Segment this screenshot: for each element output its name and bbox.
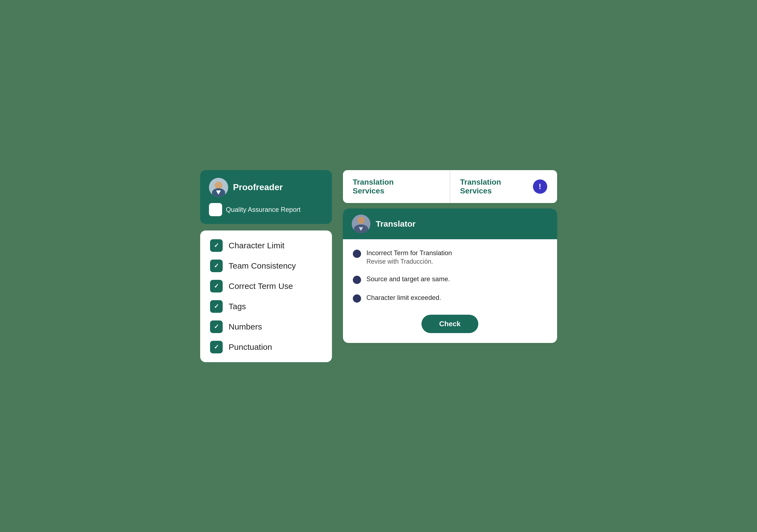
check-icon-numbers: ✓ bbox=[210, 321, 223, 333]
check-icon-character-limit: ✓ bbox=[210, 239, 223, 252]
proofreader-avatar bbox=[209, 178, 228, 197]
list-item: ✓ Tags bbox=[210, 300, 322, 313]
checklist-label-character-limit: Character Limit bbox=[229, 241, 285, 250]
avatar-figure bbox=[211, 181, 226, 197]
translator-card: Translator Incorrect Term for Translatio… bbox=[343, 209, 557, 343]
check-icon-correct-term-use: ✓ bbox=[210, 280, 223, 293]
tab-text-1: Translation Services bbox=[353, 178, 440, 195]
checklist-label-correct-term-use: Correct Term Use bbox=[229, 282, 293, 291]
issue-item-2: Source and target are same. bbox=[353, 274, 547, 284]
avatar-body bbox=[212, 188, 225, 197]
tab2-line1: Translation bbox=[460, 178, 501, 186]
issue-text-3: Character limit exceeded. bbox=[367, 293, 441, 303]
list-item: ✓ Character Limit bbox=[210, 239, 322, 252]
check-button[interactable]: Check bbox=[421, 315, 478, 333]
issue-item-1: Incorrect Term for Translation Revise wi… bbox=[353, 248, 547, 265]
issue-text-2: Source and target are same. bbox=[367, 274, 450, 284]
list-item: ✓ Correct Term Use bbox=[210, 280, 322, 293]
issue-bullet-3 bbox=[353, 294, 361, 303]
warning-badge-icon: ! bbox=[533, 180, 547, 194]
translation-tabs: Translation Services Translation Service… bbox=[343, 170, 557, 203]
check-button-row: Check bbox=[343, 311, 557, 343]
issue-main-1: Incorrect Term for Translation bbox=[367, 248, 452, 258]
tab-translation-services-2[interactable]: Translation Services ! bbox=[450, 170, 557, 203]
check-icon-tags: ✓ bbox=[210, 300, 223, 313]
issue-main-2: Source and target are same. bbox=[367, 274, 450, 284]
translator-title: Translator bbox=[376, 219, 416, 229]
check-icon-punctuation: ✓ bbox=[210, 341, 223, 353]
tab-translation-services-1[interactable]: Translation Services bbox=[343, 170, 450, 203]
issue-bullet-2 bbox=[353, 276, 361, 284]
translator-header: Translator bbox=[343, 209, 557, 239]
translator-body: Incorrect Term for Translation Revise wi… bbox=[343, 239, 557, 311]
translator-avatar-collar bbox=[359, 227, 363, 231]
checklist-label-team-consistency: Team Consistency bbox=[229, 261, 296, 270]
checklist-label-tags: Tags bbox=[229, 302, 246, 311]
list-item: ✓ Team Consistency bbox=[210, 260, 322, 272]
translator-avatar-head bbox=[357, 217, 365, 224]
issue-sub-1: Revise with Traducción. bbox=[367, 258, 452, 265]
proofreader-title: Proofreader bbox=[233, 182, 283, 192]
left-panel: Proofreader Quality Assurance Report ✓ C… bbox=[200, 170, 332, 362]
issue-text-1: Incorrect Term for Translation Revise wi… bbox=[367, 248, 452, 265]
qa-icon bbox=[209, 203, 222, 216]
qa-label: Quality Assurance Report bbox=[226, 206, 301, 213]
avatar-collar bbox=[216, 190, 221, 195]
tab-text-2: Translation Services bbox=[460, 178, 501, 195]
issue-bullet-1 bbox=[353, 250, 361, 258]
list-item: ✓ Punctuation bbox=[210, 341, 322, 353]
proofreader-card: Proofreader Quality Assurance Report bbox=[200, 170, 332, 224]
checklist-card: ✓ Character Limit ✓ Team Consistency ✓ C… bbox=[200, 231, 332, 362]
right-panel: Translation Services Translation Service… bbox=[343, 170, 557, 343]
translator-avatar bbox=[352, 214, 370, 233]
main-layout: Proofreader Quality Assurance Report ✓ C… bbox=[200, 170, 557, 362]
tab2-line2: Services bbox=[460, 186, 501, 195]
checklist-label-numbers: Numbers bbox=[229, 322, 262, 331]
check-icon-team-consistency: ✓ bbox=[210, 260, 223, 272]
translator-avatar-body bbox=[354, 224, 368, 233]
issue-item-3: Character limit exceeded. bbox=[353, 293, 547, 303]
issue-main-3: Character limit exceeded. bbox=[367, 293, 441, 303]
proofreader-header: Proofreader bbox=[209, 178, 323, 197]
list-item: ✓ Numbers bbox=[210, 321, 322, 333]
tab1-line2: Services bbox=[353, 186, 440, 195]
warning-exclamation: ! bbox=[539, 182, 541, 191]
tab1-line1: Translation bbox=[353, 178, 440, 186]
checklist-label-punctuation: Punctuation bbox=[229, 342, 272, 352]
qa-report-row: Quality Assurance Report bbox=[209, 203, 323, 216]
